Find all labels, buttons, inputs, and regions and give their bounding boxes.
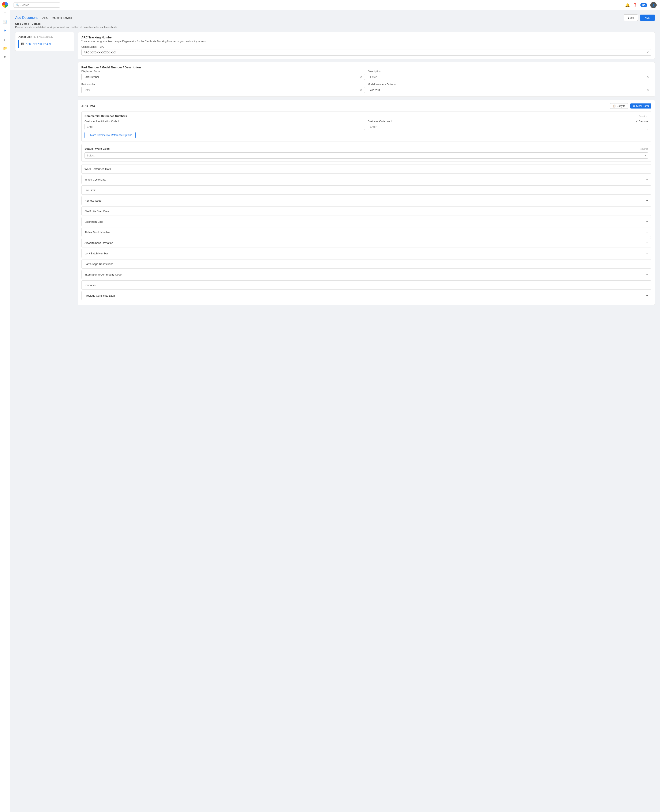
- asset-item[interactable]: 🖥 APU AP3200 P1459: [18, 40, 71, 48]
- next-button[interactable]: Next: [640, 14, 655, 21]
- avatar[interactable]: 👤: [650, 2, 657, 8]
- customer-order-input[interactable]: [370, 125, 646, 128]
- expand-plus-icon: +: [646, 272, 648, 276]
- search-box[interactable]: 🔍: [14, 2, 60, 8]
- remove-button[interactable]: ✕ Remove: [636, 120, 648, 123]
- user-badge[interactable]: BA: [640, 3, 647, 7]
- topnav-right: 🔔 ❓ BA 👤: [625, 2, 657, 8]
- sidebar: ＋ 📊 ✈ ⬎ 📁 ⚙: [0, 0, 10, 812]
- model-number-clear-icon[interactable]: ✕: [646, 88, 649, 92]
- part-number-input[interactable]: [84, 89, 360, 92]
- arc-data-card: ARC Data 📋 Copy to 🗑 Clear Form: [78, 100, 655, 305]
- asset-list-title: Asset List: [18, 35, 32, 38]
- expand-label: Airline Stock Number: [84, 231, 110, 234]
- clear-form-button[interactable]: 🗑 Clear Form: [630, 103, 651, 109]
- status-work-select[interactable]: Select New Overhauled Repaired Inspected…: [87, 154, 644, 157]
- customer-id-input[interactable]: [87, 125, 363, 128]
- expand-plus-icon: +: [646, 262, 648, 266]
- step-label: Step 3 of 4 - Details: [15, 22, 655, 25]
- sidebar-item-upload[interactable]: ⬎: [1, 35, 9, 43]
- expand-section-airworthiness-deviation[interactable]: Airworthiness Deviation+: [81, 238, 651, 247]
- sidebar-item-add[interactable]: ＋: [1, 9, 9, 16]
- display-form-input[interactable]: [84, 75, 360, 79]
- status-work-title: Status / Work Code: [84, 147, 109, 150]
- expand-plus-icon: +: [646, 294, 648, 298]
- expand-section-part-usage-restrictions[interactable]: Part Usage Restrictions+: [81, 259, 651, 269]
- status-work-section: Status / Work Code Required Select New O…: [81, 144, 651, 162]
- expand-plus-icon: +: [646, 241, 648, 245]
- display-form-clear-icon[interactable]: ✕: [360, 75, 363, 79]
- more-commercial-options-button[interactable]: + More Commercial Reference Options: [84, 132, 136, 138]
- arc-tracking-desc: You can use our guaranteed unique ID gen…: [81, 40, 651, 43]
- expand-plus-icon: +: [646, 188, 648, 192]
- content-grid: Asset List 0 / 1 Assets Ready 🖥 APU AP32…: [15, 32, 655, 305]
- expand-section-remote-issuer[interactable]: Remote Issuer+: [81, 196, 651, 205]
- help-icon[interactable]: ❓: [633, 3, 638, 7]
- expandable-sections: Work Performed Data+Time / Cycle Data+Li…: [81, 164, 651, 300]
- page-content: Add Document › ARC - Return to Service B…: [10, 10, 660, 812]
- status-work-select-row: Select New Overhauled Repaired Inspected…: [84, 152, 648, 158]
- folder-icon: 📁: [3, 46, 7, 50]
- topnav: 🔍 🔔 ❓ BA 👤: [10, 0, 660, 10]
- expand-section-lot---batch-number[interactable]: Lot / Batch Number+: [81, 249, 651, 258]
- asset-panel-header: Asset List 0 / 1 Assets Ready: [18, 35, 71, 38]
- add-icon: ＋: [3, 11, 7, 15]
- expand-label: Part Usage Restrictions: [84, 263, 113, 266]
- remove-x-icon: ✕: [636, 120, 638, 123]
- model-number-field: Model Number - Optional ✕: [368, 83, 651, 93]
- display-form-label: Display on Form: [81, 70, 365, 73]
- right-panels: ARC Tracking Number You can use our guar…: [78, 32, 655, 305]
- expand-section-shelf-life-start-date[interactable]: Shelf Life Start Date+: [81, 206, 651, 216]
- breadcrumb-link[interactable]: Add Document: [15, 16, 38, 19]
- sidebar-item-chart[interactable]: 📊: [1, 18, 9, 25]
- expand-section-remarks[interactable]: Remarks+: [81, 280, 651, 290]
- arc-tracking-clear-icon[interactable]: ✕: [646, 51, 649, 54]
- expand-section-airline-stock-number[interactable]: Airline Stock Number+: [81, 228, 651, 237]
- asset-type[interactable]: APU: [26, 43, 31, 46]
- description-clear-icon[interactable]: ✕: [646, 75, 649, 79]
- part-number-card: Part Number / Model Number / Description…: [78, 62, 655, 97]
- asset-serial-number[interactable]: P1459: [43, 43, 51, 46]
- expand-section-expiration-date[interactable]: Expiration Date+: [81, 217, 651, 226]
- model-number-input-row: ✕: [368, 87, 651, 93]
- expand-label: International Commodity Code: [84, 273, 122, 276]
- customer-id-field: Customer Identification Code ℹ: [84, 120, 365, 130]
- status-work-header: Status / Work Code Required: [84, 147, 648, 150]
- search-input[interactable]: [21, 3, 58, 6]
- breadcrumb-separator: ›: [40, 16, 40, 19]
- arc-tracking-title: ARC Tracking Number: [81, 36, 651, 39]
- commercial-ref-section: Commercial Reference Numbers Required Cu…: [81, 111, 651, 141]
- copy-to-button[interactable]: 📋 Copy to: [610, 103, 628, 109]
- expand-label: Remote Issuer: [84, 199, 103, 202]
- part-number-input-row: ✕: [81, 87, 365, 93]
- arc-tracking-card: ARC Tracking Number You can use our guar…: [78, 32, 655, 59]
- arc-tracking-input[interactable]: [84, 51, 646, 54]
- expand-section-life-limit[interactable]: Life Limit+: [81, 185, 651, 195]
- customer-id-input-row: [84, 124, 365, 130]
- customer-order-label-row: Customer Order No. ℹ ✕ Remove: [368, 120, 648, 123]
- breadcrumb-current: ARC - Return to Service: [43, 16, 72, 19]
- expand-label: Time / Cycle Data: [84, 178, 106, 181]
- status-work-required: Required: [639, 147, 648, 150]
- page-header: Add Document › ARC - Return to Service B…: [15, 14, 655, 21]
- sidebar-item-settings[interactable]: ⚙: [1, 53, 9, 61]
- expand-plus-icon: +: [646, 199, 648, 203]
- arc-tracking-input-row: ✕: [81, 49, 651, 55]
- model-number-input[interactable]: [370, 89, 646, 92]
- asset-count: 0 / 1 Assets Ready: [33, 36, 53, 38]
- expand-section-previous-certificate-data[interactable]: Previous Certificate Data+: [81, 291, 651, 300]
- arc-country-label: United States - FAA: [81, 45, 651, 48]
- expand-section-work-performed-data[interactable]: Work Performed Data+: [81, 164, 651, 174]
- sidebar-item-folder[interactable]: 📁: [1, 44, 9, 52]
- expand-label: Previous Certificate Data: [84, 294, 115, 297]
- clear-icon: 🗑: [633, 104, 635, 108]
- expand-section-time---cycle-data[interactable]: Time / Cycle Data+: [81, 175, 651, 184]
- expand-section-international-commodity-code[interactable]: International Commodity Code+: [81, 270, 651, 279]
- back-button[interactable]: Back: [624, 14, 638, 21]
- asset-part-number[interactable]: AP3200: [33, 43, 42, 46]
- part-number-clear-icon[interactable]: ✕: [360, 88, 363, 92]
- part-number-title: Part Number / Model Number / Description: [81, 66, 651, 69]
- description-input[interactable]: [370, 75, 646, 79]
- sidebar-item-plane[interactable]: ✈: [1, 27, 9, 34]
- notification-icon[interactable]: 🔔: [625, 3, 630, 7]
